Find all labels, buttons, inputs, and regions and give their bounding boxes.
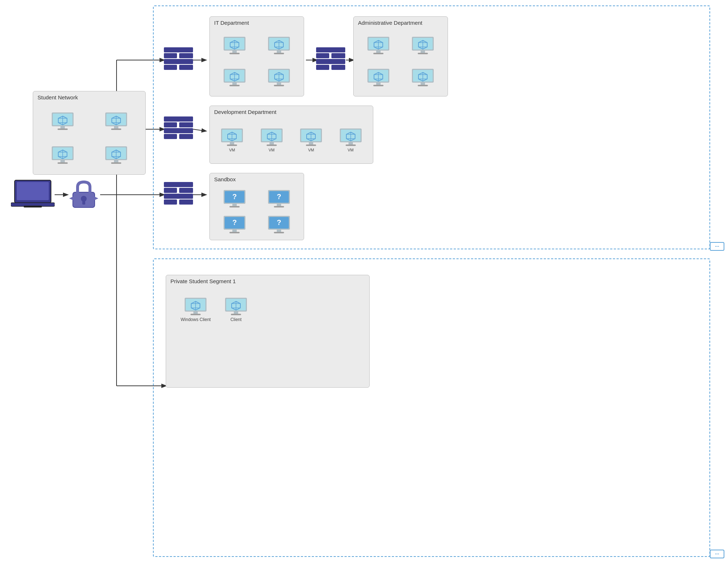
svg-rect-126 (376, 83, 381, 85)
sandbox-monitors: ? ? ? (213, 187, 300, 236)
it-dept-box: IT Department (209, 16, 304, 96)
sandbox-box: Sandbox ? ? (209, 173, 304, 240)
svg-rect-78 (232, 51, 237, 53)
student-network-box: Student Network (33, 91, 146, 175)
svg-rect-55 (164, 59, 193, 64)
question-monitor-icon: ? (223, 189, 246, 208)
svg-rect-211 (234, 312, 238, 314)
svg-text:?: ? (232, 193, 237, 201)
monitor-icon (51, 112, 74, 131)
svg-rect-186 (229, 232, 240, 233)
svg-rect-191 (274, 232, 284, 233)
svg-rect-39 (58, 162, 68, 164)
svg-rect-143 (227, 145, 237, 146)
monitor-icon (223, 68, 246, 87)
laptop-icon (11, 178, 55, 211)
windows-client-label: Windows Client (181, 317, 211, 322)
svg-rect-57 (179, 65, 193, 70)
vm-label-1: VM (229, 148, 235, 152)
svg-rect-94 (232, 83, 237, 85)
svg-rect-74 (164, 199, 177, 205)
svg-rect-185 (232, 230, 237, 232)
admin-dept-title: Administrative Department (358, 20, 422, 26)
firewall-3-icon (164, 116, 193, 147)
svg-rect-53 (164, 53, 177, 58)
svg-rect-103 (274, 85, 284, 86)
svg-rect-119 (418, 53, 428, 54)
windows-client-icon: Windows Client (181, 297, 211, 322)
vpn-lock-icon (67, 178, 100, 211)
monitor-icon (51, 146, 74, 165)
firewall-1-icon (164, 47, 193, 78)
dev-dept-box: Development Department VM VM VM VM (209, 106, 373, 164)
student-network-title: Student Network (38, 94, 78, 100)
question-monitor-icon: ? (223, 215, 246, 234)
svg-rect-175 (232, 204, 237, 206)
svg-rect-60 (331, 53, 345, 58)
svg-rect-23 (58, 128, 68, 130)
monitor-icon: VM (339, 128, 362, 152)
svg-rect-67 (164, 128, 193, 133)
svg-rect-72 (179, 188, 193, 193)
svg-rect-46 (114, 160, 118, 162)
svg-rect-118 (421, 51, 425, 53)
question-monitor-icon: ? (267, 189, 291, 208)
svg-rect-190 (277, 230, 281, 232)
svg-rect-63 (331, 65, 345, 70)
svg-rect-181 (274, 206, 284, 207)
svg-rect-64 (164, 116, 193, 122)
svg-rect-68 (164, 134, 177, 139)
vm-label-2: VM (269, 148, 275, 152)
svg-rect-212 (231, 314, 241, 315)
svg-rect-30 (114, 126, 118, 128)
svg-rect-180 (277, 204, 281, 206)
svg-rect-127 (373, 85, 383, 86)
svg-rect-166 (349, 142, 353, 145)
svg-rect-87 (274, 53, 284, 54)
dev-dept-title: Development Department (214, 109, 276, 115)
monitor-icon (223, 36, 246, 55)
it-dept-monitors (213, 31, 300, 92)
admin-dept-monitors (357, 31, 444, 92)
svg-rect-65 (164, 122, 177, 127)
client-icon: Client (224, 297, 248, 322)
svg-rect-167 (346, 145, 356, 146)
monitor-icon (367, 36, 390, 55)
svg-rect-59 (316, 53, 329, 58)
monitor-icon: VM (299, 128, 323, 152)
svg-rect-203 (193, 312, 198, 314)
vm-label-3: VM (308, 148, 314, 152)
it-dept-title: IT Department (214, 20, 249, 26)
svg-rect-151 (267, 145, 277, 146)
svg-rect-58 (316, 47, 345, 52)
monitor-icon (411, 68, 434, 87)
svg-rect-54 (179, 53, 193, 58)
svg-rect-134 (421, 83, 425, 85)
monitor-icon (105, 112, 128, 131)
more-icon-bottom[interactable]: ··· (710, 550, 724, 558)
monitor-icon: VM (260, 128, 283, 152)
pss1-box: Private Student Segment 1 Private Studen… (166, 275, 370, 388)
svg-rect-69 (179, 134, 193, 139)
sandbox-title: Sandbox (214, 176, 236, 182)
firewall-4-icon (164, 182, 193, 213)
monitor-icon (411, 36, 434, 55)
svg-rect-31 (111, 128, 121, 130)
svg-rect-47 (111, 162, 121, 164)
svg-rect-52 (164, 47, 193, 52)
monitor-icon (105, 146, 128, 165)
monitor-icon: VM (220, 128, 244, 152)
svg-rect-150 (269, 142, 274, 145)
svg-rect-56 (164, 65, 177, 70)
svg-rect-102 (277, 83, 281, 85)
question-monitor-icon: ? (267, 215, 291, 234)
admin-dept-box: Administrative Department (353, 16, 448, 96)
svg-rect-61 (316, 59, 345, 64)
svg-rect-142 (230, 142, 234, 145)
svg-text:?: ? (277, 193, 281, 201)
svg-rect-110 (376, 51, 381, 53)
svg-rect-38 (60, 160, 65, 162)
more-icon-top[interactable]: ··· (710, 242, 724, 251)
svg-rect-204 (190, 314, 201, 315)
firewall-2-icon (316, 47, 345, 78)
